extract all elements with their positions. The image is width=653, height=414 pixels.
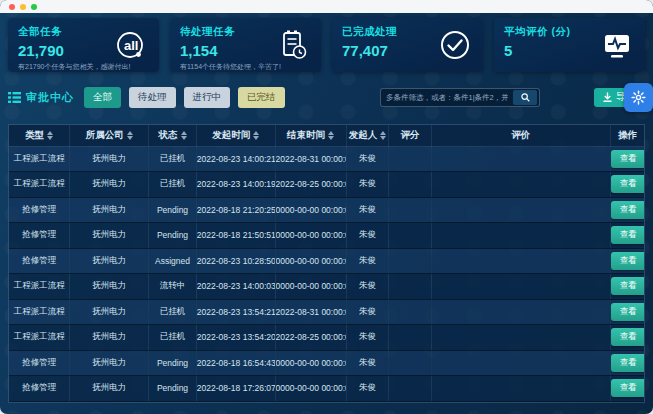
tasks-table: 类型所属公司状态发起时间结束时间发起人评分评价操作 工程派工流程 抚州电力 已挂… [8,124,645,403]
cell-score [389,325,432,351]
cell-status: 已挂机 [149,325,197,351]
column-header-action: 操作 [610,125,644,146]
stat-card-average-score: 平均评价 (分) 5 [494,18,645,72]
table-row[interactable]: 工程派工流程 抚州电力 流转中 2022-08-23 14:00:03 0000… [9,274,644,300]
table-header-row: 类型所属公司状态发起时间结束时间发起人评分评价操作 [9,125,644,146]
cell-start-time: 2022-08-18 17:26:07 [196,376,275,402]
cell-action: 查看 [610,350,644,376]
search-button[interactable] [513,90,537,105]
app-window: 全部任务 21,790 有21790个任务与您相关，感谢付出! all 待处理任… [0,0,653,414]
filter-inprogress-button[interactable]: 进行中 [184,87,231,108]
view-button[interactable]: 查看 [611,201,644,219]
cell-initiator: 朱俊 [346,223,389,249]
table-row[interactable]: 工程派工流程 抚州电力 已挂机 2022-08-23 13:54:20 2022… [9,325,644,351]
traffic-light-close[interactable] [9,4,15,10]
cell-end-time: 0000-00-00 00:00:00 [275,223,346,249]
cell-initiator: 朱俊 [346,299,389,325]
cell-review [431,325,610,351]
view-button[interactable]: 查看 [611,175,644,193]
cell-status: 已挂机 [149,146,197,172]
sort-icon [47,131,53,140]
cell-company: 抚州电力 [70,197,149,223]
search-input[interactable] [381,93,513,102]
monitor-pulse-icon [599,27,635,63]
cell-initiator: 朱俊 [346,376,389,402]
cell-type: 工程派工流程 [9,172,70,198]
list-grid-icon [8,92,21,103]
cell-type: 抢修管理 [9,197,70,223]
cell-status: Pending [149,350,197,376]
cell-review [431,248,610,274]
column-header-start[interactable]: 发起时间 [196,125,275,146]
cell-review [431,223,610,249]
table-row[interactable]: 工程派工流程 抚州电力 已挂机 2022-08-23 14:00:19 2022… [9,172,644,198]
cell-end-time: 0000-00-00 00:00:00 [275,350,346,376]
cell-review [431,299,610,325]
cell-review [431,172,610,198]
table-row[interactable]: 工程派工流程 抚州电力 已挂机 2022-08-23 14:00:21 2022… [9,146,644,172]
traffic-light-maximize[interactable] [31,4,37,10]
cell-status: Pending [149,197,197,223]
view-button[interactable]: 查看 [611,354,644,372]
search-box [380,88,540,107]
view-button[interactable]: 查看 [611,379,644,397]
svg-text:all: all [124,38,138,53]
column-header-end[interactable]: 结束时间 [275,125,346,146]
cell-action: 查看 [610,274,644,300]
cell-status: Pending [149,376,197,402]
table-row[interactable]: 工程派工流程 抚州电力 已挂机 2022-08-23 13:54:21 2022… [9,299,644,325]
cell-status: 已挂机 [149,299,197,325]
cell-review [431,146,610,172]
stat-card-subtitle: 有1154个任务待您处理，辛苦了! [180,62,311,72]
column-header-initiator[interactable]: 发起人 [346,125,389,146]
cell-initiator: 朱俊 [346,172,389,198]
sort-icon [253,131,259,140]
traffic-light-minimize[interactable] [20,4,26,10]
cell-review [431,376,610,402]
settings-fab-button[interactable] [624,83,653,112]
cell-start-time: 2022-08-23 14:00:21 [196,146,275,172]
filter-all-button[interactable]: 全部 [84,87,121,108]
cell-start-time: 2022-08-23 13:54:21 [196,299,275,325]
cell-initiator: 朱俊 [346,197,389,223]
cell-action: 查看 [610,299,644,325]
stat-card-subtitle: 有21790个任务与您相关，感谢付出! [18,62,149,72]
cell-type: 抢修管理 [9,248,70,274]
table-row[interactable]: 抢修管理 抚州电力 Pending 2022-08-18 21:20:25 00… [9,197,644,223]
check-circle-icon [437,27,473,63]
cell-initiator: 朱俊 [346,146,389,172]
view-button[interactable]: 查看 [611,328,644,346]
gear-icon [631,90,646,105]
column-header-type[interactable]: 类型 [9,125,70,146]
view-button[interactable]: 查看 [611,252,644,270]
table-row[interactable]: 抢修管理 抚州电力 Pending 2022-08-18 16:54:43 00… [9,350,644,376]
table-row[interactable]: 抢修管理 抚州电力 Assigned 2022-08-23 10:28:50 0… [9,248,644,274]
call-logo-icon: all [113,27,149,63]
table-row[interactable]: 抢修管理 抚州电力 Pending 2022-08-18 17:26:07 00… [9,376,644,402]
search-icon [521,93,530,102]
cell-end-time: 0000-00-00 00:00:00 [275,376,346,402]
cell-initiator: 朱俊 [346,350,389,376]
view-button[interactable]: 查看 [611,303,644,321]
cell-start-time: 2022-08-23 10:28:50 [196,248,275,274]
cell-type: 工程派工流程 [9,325,70,351]
stat-card-total-tasks: 全部任务 21,790 有21790个任务与您相关，感谢付出! all [8,18,159,72]
filter-finished-button[interactable]: 已完结 [238,87,285,108]
stat-card-completed: 已完成处理 77,407 [332,18,483,72]
download-icon [603,92,612,102]
view-button[interactable]: 查看 [611,150,644,168]
table-row[interactable]: 抢修管理 抚州电力 Pending 2022-08-18 21:50:51 00… [9,223,644,249]
cell-review [431,197,610,223]
filter-pending-button[interactable]: 待处理 [129,87,176,108]
column-header-score: 评分 [389,125,432,146]
column-header-status[interactable]: 状态 [149,125,197,146]
column-header-company[interactable]: 所属公司 [70,125,149,146]
view-button[interactable]: 查看 [611,226,644,244]
cell-type: 抢修管理 [9,350,70,376]
section-title: 审批中心 [26,90,74,105]
cell-review [431,350,610,376]
cell-score [389,274,432,300]
sort-icon [328,131,334,140]
toolbar: 审批中心 全部 待处理 进行中 已完结 导出 [8,86,645,108]
view-button[interactable]: 查看 [611,277,644,295]
